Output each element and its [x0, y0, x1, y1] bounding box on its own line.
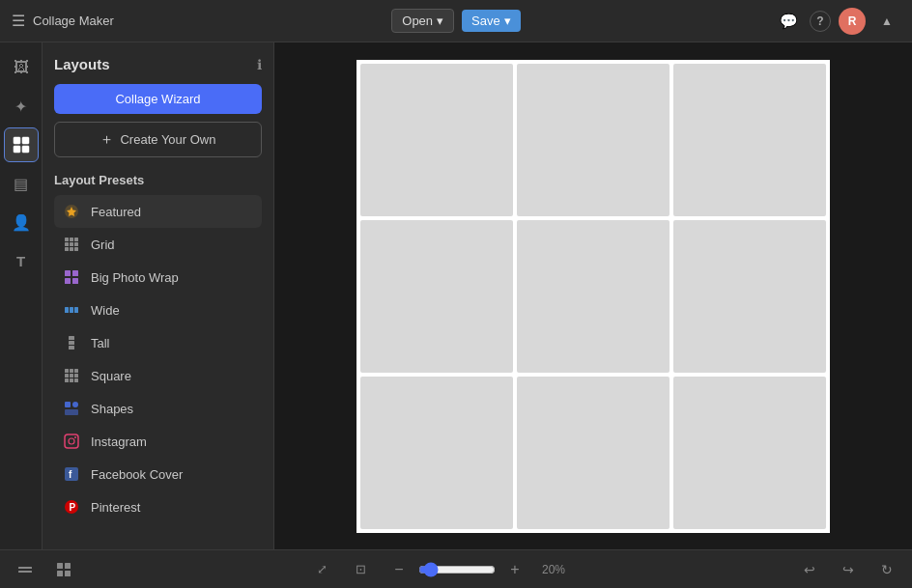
preset-big-photo-wrap[interactable]: Big Photo Wrap: [54, 261, 262, 294]
info-icon[interactable]: ℹ: [257, 57, 262, 72]
avatar[interactable]: R: [839, 8, 866, 35]
svg-rect-6: [65, 402, 71, 407]
zoom-out-icon[interactable]: −: [385, 556, 413, 583]
grid-cell-7: [517, 377, 670, 529]
sidebar-title: Layouts: [54, 56, 110, 72]
zoom-controls: − + 20%: [385, 556, 565, 583]
grid-cell-3: [360, 220, 513, 373]
preset-wide[interactable]: Wide: [54, 294, 262, 326]
preset-tall-label: Tall: [91, 336, 110, 350]
svg-rect-0: [14, 137, 20, 144]
filters-rail-icon[interactable]: ✦: [4, 89, 39, 124]
main-content: 🖼 ✦ ▤ 👤 T Layouts ℹ Collage Wizard ＋ Cre…: [0, 42, 912, 549]
presets-title: Layout Presets: [54, 173, 262, 187]
grid-cell-0: [360, 64, 513, 216]
redo-icon[interactable]: ↪: [835, 556, 862, 583]
topbar-center: Open ▾ Save ▾: [391, 9, 520, 33]
big-photo-icon: [62, 267, 81, 287]
svg-rect-17: [18, 571, 32, 573]
svg-rect-1: [22, 137, 29, 144]
menu-icon[interactable]: ☰: [12, 12, 25, 30]
svg-point-7: [72, 402, 78, 407]
expand-icon[interactable]: ▲: [873, 8, 900, 35]
sidebar: Layouts ℹ Collage Wizard ＋ Create Your O…: [43, 42, 274, 549]
preset-tall[interactable]: Tall: [54, 326, 262, 359]
preset-instagram-label: Instagram: [91, 434, 147, 449]
preset-grid[interactable]: Grid: [54, 228, 262, 261]
preset-featured[interactable]: Featured: [54, 195, 262, 228]
photos-rail-icon[interactable]: 🖼: [4, 50, 39, 85]
preset-square[interactable]: Square: [54, 359, 262, 392]
open-button[interactable]: Open ▾: [391, 9, 454, 33]
svg-point-10: [69, 438, 74, 444]
preset-pinterest[interactable]: P Pinterest: [54, 490, 262, 523]
featured-icon: [62, 202, 81, 221]
save-button[interactable]: Save ▾: [462, 10, 521, 32]
svg-rect-18: [57, 563, 63, 569]
preset-wide-label: Wide: [91, 303, 120, 318]
topbar: ☰ Collage Maker Open ▾ Save ▾ 💬 ? R ▲: [0, 0, 912, 42]
grid-cell-1: [517, 64, 670, 216]
icon-rail: 🖼 ✦ ▤ 👤 T: [0, 42, 43, 549]
svg-rect-2: [14, 146, 20, 153]
layers-bottom-icon[interactable]: [12, 556, 39, 583]
shapes-icon: [62, 399, 81, 418]
svg-text:P: P: [70, 502, 76, 513]
square-icon: [62, 366, 81, 385]
zoom-slider[interactable]: [418, 562, 496, 577]
grid-cell-8: [673, 377, 826, 529]
svg-point-11: [74, 436, 76, 438]
preset-facebook-cover[interactable]: f Facebook Cover: [54, 458, 262, 490]
tall-icon: [62, 333, 81, 352]
grid-cell-6: [360, 377, 513, 529]
sidebar-header: Layouts ℹ: [54, 56, 262, 72]
collage-wizard-button[interactable]: Collage Wizard: [54, 84, 262, 114]
preset-shapes-label: Shapes: [91, 402, 133, 416]
plus-icon: ＋: [100, 130, 114, 149]
crop-icon[interactable]: ⊡: [347, 556, 374, 583]
undo-icon[interactable]: ↩: [796, 556, 823, 583]
help-icon[interactable]: ?: [810, 11, 831, 32]
layers-rail-icon[interactable]: ▤: [4, 166, 39, 201]
layouts-rail-icon[interactable]: [4, 127, 39, 162]
preset-facebook-cover-label: Facebook Cover: [91, 467, 183, 482]
fit-screen-icon[interactable]: ⤢: [308, 556, 335, 583]
collage-grid: [356, 60, 830, 533]
topbar-left: ☰ Collage Maker: [12, 12, 391, 30]
app-title: Collage Maker: [33, 14, 114, 28]
chevron-down-icon: ▾: [437, 14, 443, 28]
svg-rect-20: [57, 571, 63, 576]
svg-rect-8: [65, 409, 78, 415]
svg-rect-19: [65, 563, 71, 569]
canvas-area: [274, 42, 912, 549]
layouts-icon-svg: [13, 136, 30, 154]
topbar-right: 💬 ? R ▲: [521, 8, 900, 35]
instagram-icon: [62, 432, 81, 451]
chevron-down-icon: ▾: [504, 14, 511, 28]
grid-bottom-icon[interactable]: [50, 556, 77, 583]
zoom-in-icon[interactable]: +: [501, 556, 528, 583]
preset-instagram[interactable]: Instagram: [54, 425, 262, 458]
grid-cell-5: [673, 220, 826, 373]
preset-shapes[interactable]: Shapes: [54, 392, 262, 425]
chat-icon[interactable]: 💬: [775, 8, 802, 35]
svg-rect-3: [22, 146, 29, 153]
grid-cell-2: [673, 64, 826, 216]
zoom-label: 20%: [534, 563, 565, 576]
preset-featured-label: Featured: [91, 205, 141, 219]
facebook-icon: f: [62, 464, 81, 484]
grid-cell-4: [517, 220, 670, 373]
svg-rect-16: [18, 567, 32, 569]
people-rail-icon[interactable]: 👤: [4, 205, 39, 239]
preset-pinterest-label: Pinterest: [91, 500, 140, 515]
grid-icon: [62, 235, 81, 254]
pinterest-icon: P: [62, 497, 81, 517]
text-rail-icon[interactable]: T: [4, 243, 39, 278]
wide-icon: [62, 300, 81, 320]
preset-grid-label: Grid: [91, 238, 115, 252]
bottombar: ⤢ ⊡ − + 20% ↩ ↪ ↻: [0, 549, 912, 588]
history-icon[interactable]: ↻: [873, 556, 900, 583]
create-own-button[interactable]: ＋ Create Your Own: [54, 122, 262, 157]
preset-big-photo-wrap-label: Big Photo Wrap: [91, 270, 179, 285]
svg-rect-21: [65, 571, 71, 576]
